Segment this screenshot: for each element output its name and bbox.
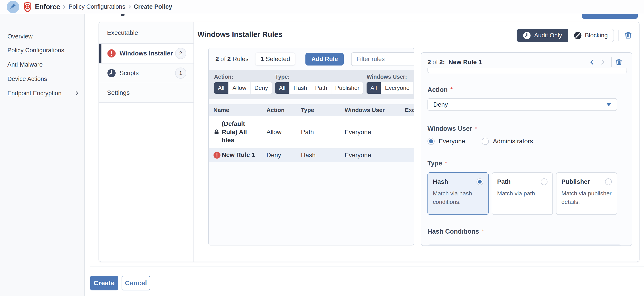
breadcrumb-chevron-icon	[62, 4, 67, 9]
field-label-text: Action	[428, 86, 448, 93]
filter-label: Windows User:	[366, 74, 414, 80]
tab-count-badge: 2	[175, 48, 186, 59]
filter-option-path[interactable]: Path	[311, 82, 331, 94]
radio-everyone-label[interactable]: Everyone	[439, 138, 465, 145]
rules-count-suffix: Rules	[232, 55, 248, 62]
rule-windows-user: Everyone	[344, 151, 405, 159]
rule-action: Allow	[266, 129, 301, 136]
required-asterisk: *	[482, 228, 484, 235]
trash-icon	[624, 31, 632, 40]
selected-label: Selected	[266, 55, 290, 62]
filter-option-all[interactable]: All	[275, 82, 289, 94]
type-card-radio[interactable]	[476, 178, 483, 185]
filter-option-administrators[interactable]: Administrators	[413, 82, 414, 94]
filter-rules-input[interactable]	[356, 55, 414, 63]
filter-option-all[interactable]: All	[214, 82, 228, 94]
tab-executable[interactable]: Executable	[99, 22, 194, 44]
type-field-label: Type *	[428, 160, 617, 167]
mode-toggle-area: Audit Only Blocking	[517, 29, 632, 42]
add-rule-button[interactable]: Add Rule	[306, 53, 344, 65]
sidebar-item-overview[interactable]: Overview	[8, 32, 80, 41]
clock-icon	[107, 69, 116, 78]
filter-option-deny[interactable]: Deny	[250, 82, 272, 94]
clipped-primary-button[interactable]	[582, 14, 638, 19]
chevron-right-icon	[74, 90, 80, 96]
type-card-radio[interactable]	[605, 178, 612, 185]
tab-label: Executable	[107, 29, 138, 36]
rule-name: (Default Rule) All files	[222, 120, 261, 144]
filter-option-all[interactable]: All	[366, 82, 381, 94]
mode-blocking-label: Blocking	[585, 32, 608, 39]
rule-detail-position: 2of2:New Rule 1	[428, 59, 482, 66]
app-logo-shield-icon	[22, 1, 33, 12]
required-asterisk: *	[450, 86, 453, 93]
mode-toggle: Audit Only Blocking	[517, 29, 614, 42]
delete-policy-section-button[interactable]	[624, 31, 632, 40]
type-card-title: Path	[497, 178, 511, 185]
next-rule-button[interactable]	[598, 58, 608, 66]
type-card-path[interactable]: Path Match via path.	[492, 172, 553, 215]
mode-blocking[interactable]: Blocking	[568, 29, 614, 42]
radio-administrators-label[interactable]: Administrators	[493, 138, 533, 145]
filter-option-allow[interactable]: Allow	[228, 82, 250, 94]
app-name: Enforce	[35, 3, 60, 11]
block-icon	[574, 31, 582, 40]
action-select[interactable]: Deny	[428, 98, 617, 111]
previous-rule-button[interactable]	[587, 58, 598, 66]
rule-windows-user: Everyone	[344, 129, 405, 136]
action-select-value: Deny	[433, 101, 606, 108]
create-button[interactable]: Create	[90, 276, 118, 291]
sidebar-item-policy-configurations[interactable]: Policy Configurations	[8, 46, 80, 55]
filter-option-publisher[interactable]: Publisher	[331, 82, 363, 94]
type-cards: Hash Match via hash conditions. Path Mat…	[428, 172, 617, 215]
selected-count-chip[interactable]: 1Selected	[255, 53, 295, 65]
table-row-default-rule[interactable]: (Default Rule) All files Allow Path Ever…	[209, 116, 414, 148]
tab-windows-installer[interactable]: Windows Installer 2	[99, 44, 194, 63]
field-label-text: Windows User	[428, 125, 472, 132]
tab-label: Scripts	[120, 70, 139, 77]
column-type: Type	[301, 107, 344, 114]
rule-type: Hash	[301, 151, 344, 159]
mode-audit-only[interactable]: Audit Only	[517, 29, 568, 42]
breadcrumb-policy-configurations[interactable]: Policy Configurations	[68, 3, 126, 10]
cancel-button[interactable]: Cancel	[122, 276, 150, 291]
mode-audit-label: Audit Only	[534, 32, 562, 39]
required-asterisk: *	[445, 160, 448, 167]
table-row-new-rule-1[interactable]: New Rule 1 Deny Hash Everyone	[209, 148, 414, 162]
rules-count-current: 2	[216, 55, 219, 62]
column-windows-user: Windows User	[344, 107, 405, 114]
delete-rule-button[interactable]	[615, 58, 623, 67]
rule-action: Deny	[266, 151, 301, 159]
pushpin-icon	[10, 3, 16, 11]
hash-conditions-label: Hash Conditions *	[428, 228, 617, 235]
windows-user-radio-group: Everyone Administrators	[428, 138, 617, 145]
type-card-description: Match via hash conditions.	[433, 189, 483, 206]
sidebar-item-endpoint-encryption[interactable]: Endpoint Encryption	[8, 89, 80, 98]
filter-rules-box	[351, 52, 414, 66]
type-card-publisher[interactable]: Publisher Match via publisher details.	[556, 172, 617, 215]
divider	[90, 266, 644, 267]
pin-nav-button[interactable]	[7, 1, 19, 13]
sidebar-item-label: Endpoint Encryption	[8, 90, 62, 97]
sidebar-item-anti-malware[interactable]: Anti-Malware	[8, 60, 80, 69]
sidebar: Overview Policy Configurations Anti-Malw…	[0, 14, 85, 296]
filter-option-hash[interactable]: Hash	[289, 82, 311, 94]
alert-icon	[213, 151, 222, 159]
column-exceptions: Exceptions	[405, 107, 414, 114]
breadcrumb-create-policy: Create Policy	[134, 3, 172, 10]
type-card-hash[interactable]: Hash Match via hash conditions.	[428, 172, 488, 215]
required-asterisk: *	[475, 125, 478, 132]
type-card-radio[interactable]	[541, 178, 548, 185]
field-label-text: Hash Conditions	[428, 228, 479, 235]
windows-user-field-label: Windows User *	[428, 125, 617, 132]
tab-scripts[interactable]: Scripts 1	[99, 63, 194, 83]
sidebar-item-label: Policy Configurations	[8, 47, 64, 54]
sidebar-item-device-actions[interactable]: Device Actions	[8, 74, 80, 83]
clipped-name-field[interactable]	[428, 68, 627, 73]
tab-settings[interactable]: Settings	[99, 83, 194, 103]
radio-administrators[interactable]	[482, 138, 489, 145]
filter-group-windows-user: Windows User: All Everyone Administrator…	[366, 74, 414, 99]
filter-option-everyone[interactable]: Everyone	[381, 82, 413, 94]
radio-everyone[interactable]	[428, 138, 435, 145]
filter-label: Action:	[214, 74, 272, 80]
